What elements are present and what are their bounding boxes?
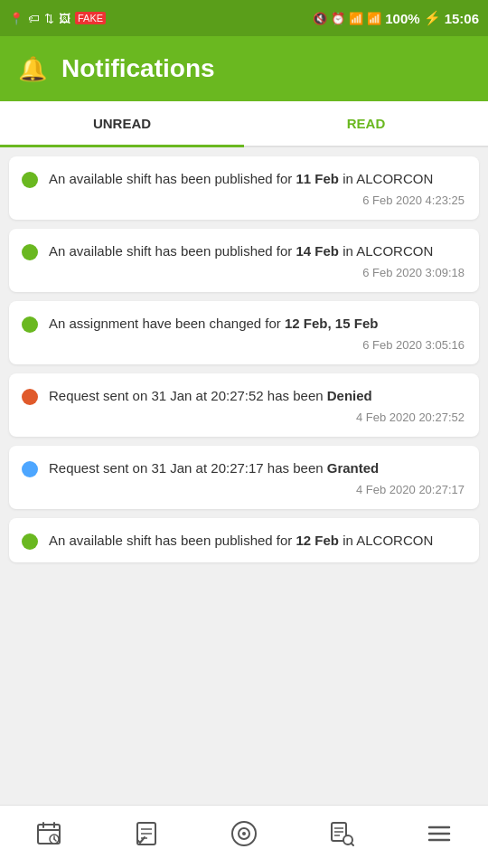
- location-icon: 📍: [9, 12, 23, 25]
- unread-dot-4: [22, 389, 38, 405]
- status-bar: 📍 🏷 ⇅ 🖼 FAKE 🔇 ⏰ 📶 📶 100% ⚡ 15:06: [0, 0, 488, 36]
- notif-item-5[interactable]: Request sent on 31 Jan at 20:27:17 has b…: [9, 446, 479, 509]
- tasks-icon: [133, 820, 160, 854]
- unread-dot-3: [22, 316, 38, 333]
- tab-bar: UNREAD READ: [0, 101, 488, 147]
- unread-dot-5: [22, 461, 38, 477]
- app-header: 🔔 Notifications: [0, 36, 488, 101]
- tracking-icon: [229, 818, 259, 855]
- bottom-nav: [0, 805, 488, 868]
- image-icon: 🖼: [59, 12, 70, 25]
- search-report-icon: [328, 820, 355, 854]
- svg-line-19: [352, 844, 354, 846]
- svg-point-13: [242, 832, 246, 835]
- nav-schedule[interactable]: [0, 806, 98, 868]
- alarm-icon: ⏰: [331, 12, 345, 25]
- notif-item-6[interactable]: An available shift has been published fo…: [9, 518, 479, 562]
- notif-content-4: Request sent on 31 Jan at 20:27:52 has b…: [49, 386, 465, 424]
- notif-time-1: 6 Feb 2020 4:23:25: [49, 193, 465, 207]
- notif-text-4: Request sent on 31 Jan at 20:27:52 has b…: [49, 386, 465, 405]
- notifications-list: An available shift has been published fo…: [0, 147, 488, 571]
- unread-dot-1: [22, 172, 38, 188]
- notif-time-3: 6 Feb 2020 3:05:16: [49, 338, 465, 352]
- notif-content-3: An assignment have been changed for 12 F…: [49, 314, 465, 352]
- bell-icon: 🔔: [18, 55, 47, 83]
- notif-item-1[interactable]: An available shift has been published fo…: [9, 156, 479, 220]
- tab-read[interactable]: READ: [244, 101, 488, 146]
- notif-time-5: 4 Feb 2020 20:27:17: [49, 483, 465, 496]
- status-right-info: 🔇 ⏰ 📶 📶 100% ⚡ 15:06: [313, 10, 479, 26]
- notif-content-5: Request sent on 31 Jan at 20:27:17 has b…: [49, 458, 465, 496]
- unread-dot-2: [22, 244, 38, 260]
- notif-time-2: 6 Feb 2020 3:09:18: [49, 266, 465, 279]
- page-title: Notifications: [61, 54, 215, 83]
- battery-text: 100%: [385, 11, 419, 26]
- notif-content-6: An available shift has been published fo…: [49, 531, 465, 550]
- notif-content-2: An available shift has been published fo…: [49, 241, 465, 279]
- notif-text-6: An available shift has been published fo…: [49, 531, 465, 550]
- notif-content-1: An available shift has been published fo…: [49, 169, 465, 207]
- fake-label: FAKE: [75, 12, 106, 24]
- tab-unread[interactable]: UNREAD: [0, 101, 244, 146]
- schedule-icon: [35, 820, 62, 854]
- mute-icon: 🔇: [313, 12, 327, 25]
- time-display: 15:06: [445, 11, 479, 26]
- unread-dot-6: [22, 533, 38, 550]
- nav-tracking[interactable]: [195, 806, 293, 868]
- notif-time-4: 4 Feb 2020 20:27:52: [49, 410, 465, 424]
- notif-text-2: An available shift has been published fo…: [49, 241, 465, 260]
- notif-text-3: An assignment have been changed for 12 F…: [49, 314, 465, 333]
- charging-icon: ⚡: [424, 10, 441, 26]
- notif-text-5: Request sent on 31 Jan at 20:27:17 has b…: [49, 458, 465, 477]
- nav-search[interactable]: [293, 806, 390, 868]
- wifi-icon: 📶: [349, 12, 363, 25]
- menu-icon: [426, 820, 453, 854]
- nav-menu[interactable]: [390, 806, 488, 868]
- notif-item-3[interactable]: An assignment have been changed for 12 F…: [9, 301, 479, 364]
- transfer-icon: ⇅: [44, 12, 54, 25]
- nav-tasks[interactable]: [98, 806, 195, 868]
- tag-icon: 🏷: [28, 12, 40, 25]
- signal-icon: 📶: [367, 12, 381, 25]
- notif-item-4[interactable]: Request sent on 31 Jan at 20:27:52 has b…: [9, 373, 479, 437]
- status-left-icons: 📍 🏷 ⇅ 🖼 FAKE: [9, 12, 106, 25]
- notif-item-2[interactable]: An available shift has been published fo…: [9, 229, 479, 292]
- notif-text-1: An available shift has been published fo…: [49, 169, 465, 188]
